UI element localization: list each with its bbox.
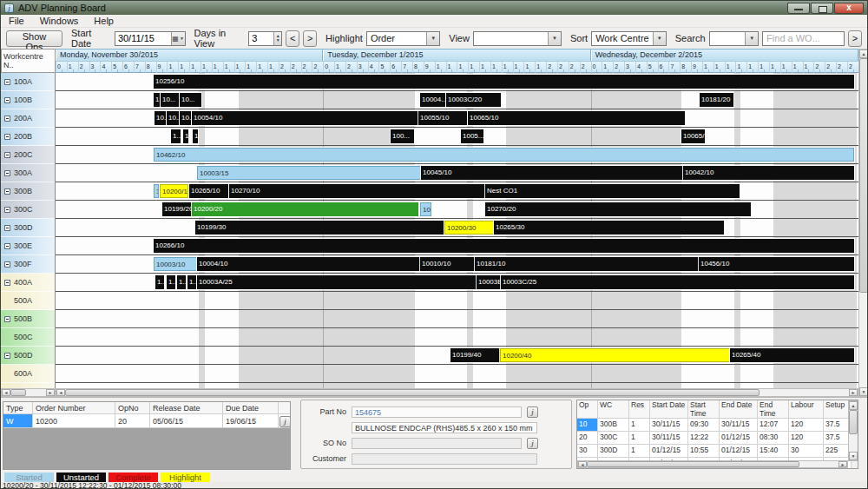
scroll-up-icon[interactable]: ▲ <box>849 401 858 410</box>
show-ops-button[interactable]: Show Ops <box>6 30 62 47</box>
so-lookup-button[interactable]: j <box>527 438 538 449</box>
workcentre-row-label[interactable]: 500D <box>1 347 55 365</box>
order-cell[interactable]: 05/06/15 <box>150 414 223 428</box>
gantt-bar[interactable]: 10010/10 <box>420 257 475 271</box>
ops-cell[interactable]: 300D <box>598 445 629 458</box>
gantt-bar[interactable]: 10199/40 <box>450 348 500 362</box>
gantt-bar[interactable]: 10199/20 <box>162 202 192 216</box>
labels-h-scrollbar[interactable]: ◄ ► <box>1 388 56 397</box>
close-button[interactable] <box>834 3 864 14</box>
sort-select[interactable]: Work Centre ▼ <box>591 31 667 46</box>
gantt-bar[interactable]: 10181/10 <box>475 257 699 271</box>
scroll-right-icon[interactable]: ► <box>849 389 858 396</box>
gantt-bar[interactable]: 10055/10 <box>418 111 467 125</box>
scroll-thumb[interactable] <box>65 389 760 396</box>
gantt-bar[interactable]: 10003/10 <box>154 257 197 271</box>
start-date-input[interactable]: ▦▼ <box>115 31 186 46</box>
so-no-field[interactable] <box>352 438 522 449</box>
gantt-bar[interactable]: 1 <box>154 184 159 198</box>
ops-cell[interactable]: 15:40 <box>758 445 789 458</box>
view-select[interactable]: ▼ <box>473 31 562 46</box>
workcentre-row-label[interactable]: 100B <box>1 91 55 109</box>
gantt-bar[interactable]: 1... <box>155 275 164 289</box>
gantt-bar[interactable]: 10045/10 <box>421 166 683 180</box>
expand-icon[interactable] <box>4 152 10 158</box>
order-cell[interactable]: 10200 <box>33 414 115 428</box>
workcentre-row-label[interactable]: 300F <box>1 255 55 274</box>
ops-cell[interactable]: 300C <box>598 432 629 445</box>
expand-icon[interactable] <box>4 116 10 122</box>
order-lookup-button[interactable]: j <box>279 416 291 427</box>
gantt-v-scrollbar[interactable]: ▲ ▼ <box>858 49 868 397</box>
ops-cell[interactable]: 1 <box>629 419 650 432</box>
highlight-select[interactable]: Order ▼ <box>366 31 440 46</box>
gantt-bar[interactable]: 10004/10 <box>197 257 420 271</box>
gantt-bar[interactable]: 10... <box>180 111 191 125</box>
scroll-left-icon[interactable]: ◄ <box>56 389 65 396</box>
gantt-bar[interactable]: 10456/10 <box>699 257 854 271</box>
gantt-bar[interactable]: 10... <box>155 111 166 125</box>
expand-icon[interactable] <box>4 79 10 85</box>
gantt-bar[interactable]: Nest CO1 <box>485 184 740 198</box>
gantt-bar[interactable]: 10200/30 <box>444 221 494 235</box>
workcentre-row-label[interactable]: 200C <box>1 146 55 164</box>
gantt-bar[interactable]: 10003C/20 <box>446 93 501 107</box>
part-description-field[interactable]: BULLNOSE ENDCAP (RHS)485.5 x 260 x 150 m… <box>352 422 537 433</box>
ops-cell[interactable]: 1 <box>629 432 650 445</box>
gantt-bar[interactable]: 1... <box>171 129 181 143</box>
menu-item-help[interactable]: Help <box>86 16 122 26</box>
expand-icon[interactable] <box>4 243 10 249</box>
ops-cell[interactable]: 08:30 <box>758 432 789 445</box>
ops-cell[interactable]: 120 <box>789 419 824 432</box>
gantt-bar[interactable]: 10265/40 <box>730 348 854 362</box>
order-cell[interactable]: W <box>3 414 33 428</box>
part-lookup-button[interactable]: j <box>527 406 538 418</box>
ops-cell[interactable]: 1 <box>629 445 650 458</box>
workcentre-row-label[interactable]: 300D <box>1 219 55 237</box>
order-cell[interactable]: 19/06/15 <box>223 414 279 428</box>
gantt-bar[interactable]: 1... <box>187 275 196 289</box>
find-go-button[interactable]: > <box>848 30 862 47</box>
order-cell[interactable]: 20 <box>115 414 150 428</box>
days-in-view-value[interactable] <box>249 33 273 43</box>
expand-icon[interactable] <box>4 134 10 140</box>
workcentre-row-label[interactable]: 600A <box>1 365 55 383</box>
ops-cell[interactable]: 30 <box>789 445 824 458</box>
workcentre-row-label[interactable]: 200A <box>1 109 55 128</box>
gantt-bar[interactable]: 100... <box>391 129 414 143</box>
gantt-bar[interactable]: 10265/10 <box>189 184 228 198</box>
workcentre-row-label[interactable]: 500A <box>1 292 55 310</box>
workcentre-row-label[interactable]: 400A <box>1 274 55 292</box>
gantt-bar[interactable]: 10200/40 <box>500 348 730 362</box>
gantt-bar[interactable]: 10270/20 <box>485 202 751 216</box>
scroll-left-icon[interactable]: ◄ <box>2 389 10 396</box>
ops-cell[interactable]: 10 <box>577 419 598 432</box>
ops-cell[interactable]: 120 <box>789 432 824 445</box>
gantt-bar[interactable]: 10... <box>180 93 201 107</box>
ops-cell[interactable]: 30/11/15 <box>720 419 758 432</box>
workcentre-row-label[interactable]: 200B <box>1 128 55 146</box>
ops-cell[interactable]: 01/12/15 <box>720 445 758 458</box>
gantt-bar[interactable]: 10462/10 <box>154 148 854 162</box>
ops-cell[interactable]: 30 <box>577 445 598 458</box>
days-in-view-stepper[interactable]: ▲▼ <box>248 31 282 46</box>
find-wo-input[interactable] <box>762 31 845 46</box>
workcentre-row-label[interactable]: 300C <box>1 201 55 219</box>
customer-field[interactable] <box>352 453 537 465</box>
scroll-up-icon[interactable]: ▲ <box>859 50 868 58</box>
expand-icon[interactable] <box>4 316 10 322</box>
gantt-bar[interactable]: 1005... <box>461 129 483 143</box>
scroll-right-icon[interactable]: ► <box>46 389 55 396</box>
expand-icon[interactable] <box>4 207 10 213</box>
gantt-bar[interactable]: 10... <box>161 93 179 107</box>
expand-icon[interactable] <box>4 261 10 268</box>
scroll-thumb[interactable] <box>587 461 799 467</box>
gantt-bar[interactable]: 10200/20 <box>192 202 418 216</box>
scroll-thumb[interactable] <box>10 389 26 396</box>
gantt-bar[interactable]: 10256/10 <box>154 75 854 89</box>
gantt-bar[interactable]: 1... <box>177 275 186 289</box>
ops-cell[interactable]: 30/11/15 <box>650 432 688 445</box>
gantt-bar[interactable]: 10004... <box>420 93 445 107</box>
gantt-bar[interactable]: 10003/15 <box>197 166 421 180</box>
gantt-bar[interactable]: 10003C/25 <box>501 275 854 289</box>
